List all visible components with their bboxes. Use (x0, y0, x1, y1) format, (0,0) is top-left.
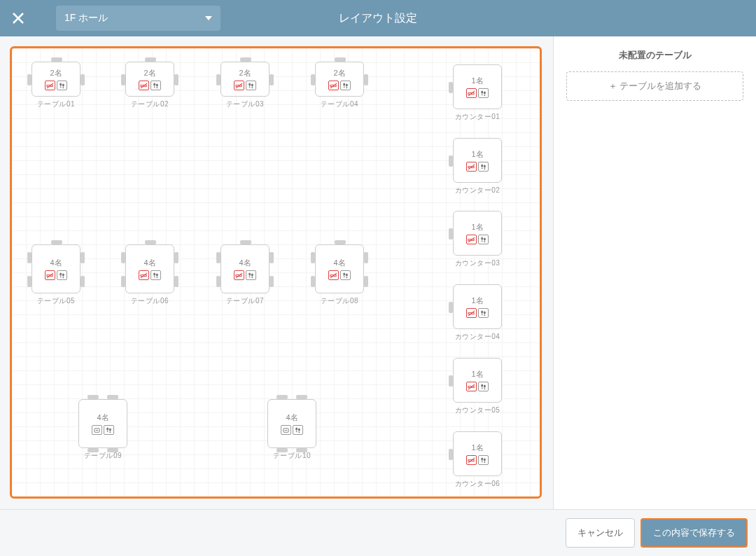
table-box: 1名 (453, 138, 502, 183)
table-item[interactable]: 2名テーブル01 (31, 62, 80, 109)
svg-point-74 (481, 237, 483, 239)
add-table-button[interactable]: ＋ テーブルを追加する (566, 71, 743, 101)
svg-point-68 (481, 164, 483, 167)
svg-line-61 (468, 90, 475, 95)
seat-stub (80, 74, 85, 85)
no-smoking-icon (234, 270, 244, 280)
table-item[interactable]: 1名カウンター06 (453, 431, 502, 489)
table-label: テーブル03 (226, 99, 264, 109)
table-label: カウンター06 (455, 479, 500, 489)
svg-point-62 (481, 90, 483, 93)
table-box: 4名 (220, 244, 270, 293)
seat-stub (121, 252, 125, 263)
table-capacity: 2名 (50, 68, 62, 78)
svg-point-86 (481, 384, 483, 387)
no-smoking-icon (328, 270, 339, 280)
table-capacity: 2名 (144, 68, 155, 78)
svg-point-63 (484, 91, 486, 94)
cancel-button[interactable]: キャンセル (566, 518, 635, 548)
svg-point-16 (249, 86, 251, 88)
svg-point-28 (60, 276, 62, 277)
table-capacity: 1名 (471, 369, 483, 380)
table-label: カウンター03 (455, 258, 500, 268)
no-smoking-icon (466, 162, 477, 172)
table-item[interactable]: 1名カウンター01 (453, 64, 502, 122)
svg-point-2 (59, 83, 62, 85)
no-smoking-icon (139, 270, 149, 280)
table-icons (466, 308, 489, 318)
table-item[interactable]: 1名カウンター02 (453, 138, 502, 195)
no-smoking-icon (328, 81, 339, 90)
svg-point-14 (248, 83, 251, 85)
seat-stub (121, 74, 125, 85)
table-item[interactable]: 1名カウンター04 (453, 284, 502, 342)
seat-stub (107, 395, 118, 399)
no-smoking-icon (466, 382, 477, 391)
table-item[interactable]: 1名カウンター03 (453, 211, 502, 268)
layout-canvas[interactable]: 2名テーブル012名テーブル022名テーブル032名テーブル044名テーブル05… (10, 46, 542, 499)
table-item[interactable]: 4名テーブル10 (267, 399, 316, 461)
svg-point-3 (62, 83, 64, 86)
table-item[interactable]: 4名テーブル06 (125, 244, 174, 306)
footprint-icon (150, 270, 161, 280)
svg-point-69 (484, 165, 486, 167)
sidebar: 未配置のテーブル ＋ テーブルを追加する (553, 36, 756, 509)
svg-line-79 (468, 310, 475, 315)
svg-point-56 (295, 427, 298, 430)
seat-stub (270, 74, 274, 85)
footprint-icon (340, 81, 351, 90)
table-icons (466, 235, 489, 244)
svg-point-46 (344, 276, 345, 277)
seat-stub (270, 276, 274, 287)
chevron-down-icon (205, 16, 212, 20)
table-item[interactable]: 4名テーブル09 (78, 399, 127, 461)
svg-line-73 (468, 237, 475, 242)
svg-point-40 (249, 276, 251, 277)
seat-stub (145, 240, 156, 244)
svg-point-23 (346, 87, 347, 88)
table-item[interactable]: 2名テーブル04 (315, 62, 364, 109)
footprint-icon (293, 425, 303, 435)
seat-stub (335, 240, 346, 244)
table-capacity: 2名 (333, 68, 345, 78)
svg-point-32 (153, 272, 155, 275)
footprint-icon (478, 382, 489, 391)
no-smoking-icon (45, 81, 55, 90)
seat-stub (216, 276, 220, 287)
floor-select[interactable]: 1F ホール (56, 6, 220, 31)
table-icons (466, 162, 489, 172)
table-item[interactable]: 1名カウンター05 (453, 358, 502, 415)
svg-point-38 (248, 272, 251, 275)
svg-point-52 (107, 431, 108, 432)
table-item[interactable]: 4名テーブル07 (220, 244, 270, 306)
seat-stub (80, 276, 85, 287)
svg-point-87 (484, 384, 486, 387)
seat-stub (311, 74, 315, 85)
save-button[interactable]: この内容で保存する (640, 518, 748, 548)
table-label: テーブル05 (37, 296, 75, 306)
table-item[interactable]: 4名テーブル05 (31, 244, 80, 306)
footprint-icon (478, 235, 489, 244)
svg-point-44 (343, 272, 345, 275)
table-box: 4名 (78, 399, 127, 448)
table-icons (45, 81, 67, 90)
seat-stub (174, 276, 178, 287)
svg-point-22 (344, 86, 345, 88)
footprint-icon (340, 270, 351, 280)
table-icons (281, 425, 303, 435)
svg-point-95 (484, 461, 485, 463)
footprint-icon (478, 162, 489, 172)
svg-point-47 (346, 277, 347, 278)
seat-stub (174, 74, 178, 85)
svg-point-70 (482, 167, 483, 169)
table-icons (466, 455, 489, 465)
table-item[interactable]: 2名テーブル03 (220, 62, 270, 109)
svg-point-77 (484, 241, 485, 242)
table-item[interactable]: 2名テーブル02 (125, 62, 174, 109)
close-button[interactable] (0, 0, 36, 36)
table-item[interactable]: 4名テーブル08 (315, 244, 364, 306)
seat-stub (449, 302, 453, 313)
no-smoking-icon (466, 455, 477, 465)
seat-stub (216, 252, 220, 263)
seat-stub (364, 276, 368, 287)
